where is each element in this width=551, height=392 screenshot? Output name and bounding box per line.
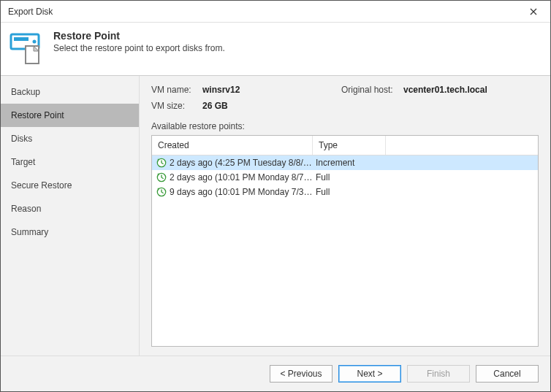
sidebar-item-summary[interactable]: Summary (1, 220, 139, 244)
svg-point-2 (33, 40, 37, 44)
column-created[interactable]: Created (152, 136, 313, 155)
finish-button: Finish (407, 365, 470, 383)
available-restore-points-label: Available restore points: (151, 121, 539, 131)
cell-type: Full (313, 187, 330, 197)
sidebar-item-disks[interactable]: Disks (1, 127, 139, 150)
window-title: Export Disk (8, 7, 53, 17)
cell-created: 9 days ago (10:01 PM Monday 7/31/... (170, 187, 313, 197)
export-disk-window: Export Disk Restore Point Select the res… (0, 0, 551, 392)
cell-created: 2 days ago (10:01 PM Monday 8/7/2... (170, 172, 313, 182)
next-button[interactable]: Next > (338, 365, 401, 383)
title-bar: Export Disk (1, 1, 550, 23)
restore-point-icon (155, 157, 168, 169)
table-header: Created Type (152, 136, 538, 155)
table-body: 2 days ago (4:25 PM Tuesday 8/8/20...Inc… (152, 155, 538, 346)
header: Restore Point Select the restore point t… (1, 23, 550, 76)
vm-name-value: winsrv12 (202, 85, 341, 95)
restore-point-icon (155, 186, 168, 198)
cell-type: Increment (313, 158, 354, 168)
vm-info: VM name: winsrv12 Original host: vcenter… (151, 85, 539, 111)
sidebar: Backup Restore Point Disks Target Secure… (1, 76, 140, 356)
sidebar-item-secure-restore[interactable]: Secure Restore (1, 174, 139, 197)
body: Backup Restore Point Disks Target Secure… (1, 76, 550, 356)
sidebar-item-target[interactable]: Target (1, 150, 139, 174)
restore-point-icon (155, 172, 168, 183)
footer: < Previous Next > Finish Cancel (1, 356, 550, 391)
vm-size-value: 26 GB (202, 101, 341, 111)
original-host-label: Original host: (341, 85, 403, 95)
header-title: Restore Point (53, 30, 225, 42)
vm-name-label: VM name: (151, 85, 202, 95)
header-subtitle: Select the restore point to export disks… (53, 43, 225, 53)
previous-button[interactable]: < Previous (270, 365, 332, 383)
restore-points-table: Created Type 2 days ago (4:25 PM Tuesday… (151, 135, 539, 347)
vm-size-label: VM size: (151, 101, 202, 111)
cancel-button[interactable]: Cancel (476, 365, 539, 383)
close-icon[interactable] (522, 1, 544, 23)
sidebar-item-reason[interactable]: Reason (1, 197, 139, 220)
sidebar-item-restore-point[interactable]: Restore Point (1, 104, 139, 127)
column-type[interactable]: Type (313, 136, 386, 155)
svg-rect-1 (14, 37, 28, 41)
table-row[interactable]: 2 days ago (10:01 PM Monday 8/7/2...Full (152, 170, 538, 185)
main-panel: VM name: winsrv12 Original host: vcenter… (140, 76, 550, 356)
cell-created: 2 days ago (4:25 PM Tuesday 8/8/20... (170, 158, 313, 168)
disk-export-icon (10, 30, 45, 65)
table-row[interactable]: 9 days ago (10:01 PM Monday 7/31/...Full (152, 185, 538, 199)
cell-type: Full (313, 172, 330, 182)
table-row[interactable]: 2 days ago (4:25 PM Tuesday 8/8/20...Inc… (152, 155, 538, 170)
sidebar-item-backup[interactable]: Backup (1, 80, 139, 104)
original-host-value: vcenter01.tech.local (403, 85, 539, 95)
column-spacer (386, 136, 538, 155)
